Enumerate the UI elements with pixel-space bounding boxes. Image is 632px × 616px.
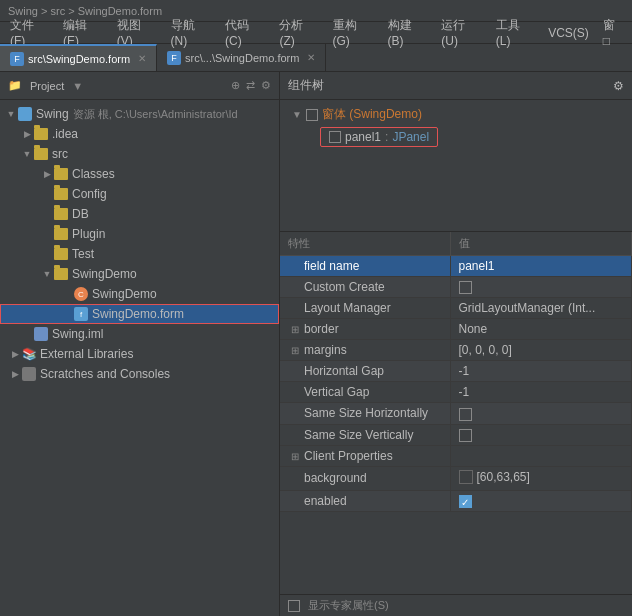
prop-checkbox-same-size-h[interactable]	[459, 408, 472, 421]
panel1-colon: :	[385, 130, 388, 144]
folder-icon-plugin	[54, 228, 68, 240]
tab-label-1: src\SwingDemo.form	[28, 53, 130, 65]
prop-value-background[interactable]: [60,63,65]	[450, 466, 632, 490]
prop-value-border[interactable]: None	[450, 319, 632, 340]
footer-checkbox[interactable]	[288, 600, 300, 612]
props-row-h-gap[interactable]: Horizontal Gap-1	[280, 361, 632, 382]
props-row-layout-manager[interactable]: Layout ManagerGridLayoutManager (Int...	[280, 298, 632, 319]
props-row-client-props[interactable]: ⊞Client Properties	[280, 445, 632, 466]
prop-text-custom-create: Custom Create	[304, 280, 385, 294]
tree-item-swing-iml[interactable]: Swing.iml	[0, 324, 279, 344]
tree-item-swingdemo-form[interactable]: f SwingDemo.form	[0, 304, 279, 324]
prop-value-enabled[interactable]: ✓	[450, 490, 632, 511]
iml-icon	[34, 327, 48, 341]
label-plugin: Plugin	[72, 227, 105, 241]
prop-name-same-size-v: Same Size Vertically	[280, 424, 450, 445]
menu-build[interactable]: 构建(B)	[382, 15, 434, 50]
label-swingdemo-java: SwingDemo	[92, 287, 157, 301]
component-form-root[interactable]: ▼ 窗体 (SwingDemo)	[288, 104, 624, 125]
footer-bar: 显示专家属性(S)	[280, 594, 632, 616]
prop-value-v-gap[interactable]: -1	[450, 382, 632, 403]
panel1-highlighted: panel1 : JPanel	[320, 127, 438, 147]
swatch-box-background	[459, 470, 473, 484]
sync-icon[interactable]: ⇄	[246, 79, 255, 92]
component-panel1[interactable]: ▶ panel1 : JPanel	[288, 125, 624, 149]
prop-text-enabled: enabled	[304, 494, 347, 508]
root-label: Swing	[36, 107, 69, 121]
prop-value-layout-manager[interactable]: GridLayoutManager (Int...	[450, 298, 632, 319]
prop-name-same-size-h: Same Size Horizontally	[280, 403, 450, 424]
prop-value-custom-create[interactable]	[450, 277, 632, 298]
props-row-same-size-h[interactable]: Same Size Horizontally	[280, 403, 632, 424]
tree-item-classes[interactable]: ▶ Classes	[0, 164, 279, 184]
props-row-enabled[interactable]: enabled✓	[280, 490, 632, 511]
folder-icon-config	[54, 188, 68, 200]
component-tree-gear[interactable]: ⚙	[613, 79, 624, 93]
prop-checkbox-custom-create[interactable]	[459, 281, 472, 294]
prop-name-enabled: enabled	[280, 490, 450, 511]
tab-swingdemo-form-2[interactable]: F src\...\SwingDemo.form ✕	[157, 44, 326, 71]
root-path: 资源 根, C:\Users\Administrator\Id	[73, 107, 238, 122]
props-row-border[interactable]: ⊞borderNone	[280, 319, 632, 340]
expand-icon-border[interactable]: ⊞	[288, 324, 302, 335]
menu-run[interactable]: 运行(U)	[435, 15, 487, 50]
label-swing-iml: Swing.iml	[52, 327, 103, 341]
gear-icon[interactable]: ⚙	[261, 79, 271, 92]
panel1-type: JPanel	[392, 130, 429, 144]
tree-item-root[interactable]: ▼ Swing 资源 根, C:\Users\Administrator\Id	[0, 104, 279, 124]
prop-name-border: ⊞border	[280, 319, 450, 340]
arrow-swingdemo-folder: ▼	[40, 267, 54, 281]
prop-value-same-size-h[interactable]	[450, 403, 632, 424]
menu-window[interactable]: 窗□	[597, 15, 628, 50]
menu-refactor[interactable]: 重构(G)	[327, 15, 380, 50]
prop-value-field-name[interactable]: panel1	[450, 256, 632, 277]
color-swatch-background: [60,63,65]	[459, 470, 530, 484]
props-row-background[interactable]: background[60,63,65]	[280, 466, 632, 490]
props-row-custom-create[interactable]: Custom Create	[280, 277, 632, 298]
props-row-margins[interactable]: ⊞margins[0, 0, 0, 0]	[280, 340, 632, 361]
menu-vcs[interactable]: VCS(S)	[542, 24, 595, 42]
tree-item-src[interactable]: ▼ src	[0, 144, 279, 164]
prop-name-h-gap: Horizontal Gap	[280, 361, 450, 382]
tree-item-scratches[interactable]: ▶ Scratches and Consoles	[0, 364, 279, 384]
tab-close-1[interactable]: ✕	[138, 53, 146, 64]
prop-value-same-size-v[interactable]	[450, 424, 632, 445]
tree-item-ext-libs[interactable]: ▶ 📚 External Libraries	[0, 344, 279, 364]
prop-value-h-gap[interactable]: -1	[450, 361, 632, 382]
tab-close-2[interactable]: ✕	[307, 52, 315, 63]
tab-icon-1: F	[10, 52, 24, 66]
expand-icon-client-props[interactable]: ⊞	[288, 451, 302, 462]
prop-value-margins[interactable]: [0, 0, 0, 0]	[450, 340, 632, 361]
prop-text-client-props: Client Properties	[304, 449, 393, 463]
menu-tools[interactable]: 工具(L)	[490, 15, 540, 50]
expand-icon-margins[interactable]: ⊞	[288, 345, 302, 356]
arrow-idea: ▶	[20, 127, 34, 141]
prop-name-margins: ⊞margins	[280, 340, 450, 361]
tree-item-idea[interactable]: ▶ .idea	[0, 124, 279, 144]
footer-label: 显示专家属性(S)	[308, 598, 389, 613]
prop-checkbox-same-size-v[interactable]	[459, 429, 472, 442]
prop-text-background: background	[304, 471, 367, 485]
prop-text-layout-manager: Layout Manager	[304, 301, 391, 315]
tree-item-swingdemo-java[interactable]: C SwingDemo	[0, 284, 279, 304]
tree-item-test[interactable]: Test	[0, 244, 279, 264]
tab-swingdemo-form-1[interactable]: F src\SwingDemo.form ✕	[0, 44, 157, 71]
props-table: 特性 值 field namepanel1Custom CreateLayout…	[280, 232, 632, 512]
label-ext-libs: External Libraries	[40, 347, 133, 361]
tree-item-config[interactable]: Config	[0, 184, 279, 204]
prop-value-client-props[interactable]	[450, 445, 632, 466]
props-scroll[interactable]: 特性 值 field namepanel1Custom CreateLayout…	[280, 232, 632, 594]
form-checkbox	[306, 109, 318, 121]
project-dropdown-icon[interactable]: ▼	[72, 80, 83, 92]
tree-item-plugin[interactable]: Plugin	[0, 224, 279, 244]
props-row-field-name[interactable]: field namepanel1	[280, 256, 632, 277]
props-row-v-gap[interactable]: Vertical Gap-1	[280, 382, 632, 403]
tab-label-2: src\...\SwingDemo.form	[185, 52, 299, 64]
prop-text-same-size-v: Same Size Vertically	[304, 428, 413, 442]
tree-item-swingdemo-folder[interactable]: ▼ SwingDemo	[0, 264, 279, 284]
form-icon: f	[74, 307, 88, 321]
props-row-same-size-v[interactable]: Same Size Vertically	[280, 424, 632, 445]
add-icon[interactable]: ⊕	[231, 79, 240, 92]
prop-checkbox-enabled[interactable]: ✓	[459, 495, 472, 508]
tree-item-db[interactable]: DB	[0, 204, 279, 224]
